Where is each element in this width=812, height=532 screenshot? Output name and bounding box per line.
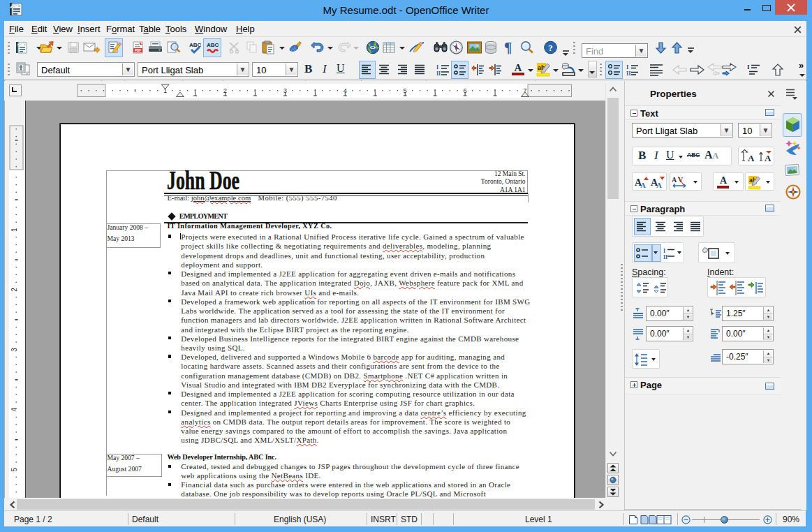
svg-text:ABC: ABC bbox=[207, 42, 219, 48]
svg-text:I: I bbox=[626, 64, 629, 71]
svg-text:3: 3 bbox=[10, 348, 18, 352]
svg-text:II: II bbox=[436, 71, 441, 77]
svg-text:I: I bbox=[747, 64, 750, 71]
svg-text:4: 4 bbox=[10, 408, 18, 412]
svg-text:II: II bbox=[663, 254, 667, 260]
svg-text:A: A bbox=[720, 175, 728, 186]
svg-text:1: 1 bbox=[10, 228, 18, 232]
svg-text:A: A bbox=[640, 181, 646, 189]
svg-text:2: 2 bbox=[10, 288, 18, 292]
svg-text:A: A bbox=[515, 62, 522, 73]
svg-text:PDF: PDF bbox=[135, 49, 141, 52]
svg-text:II: II bbox=[626, 70, 631, 77]
svg-text:V: V bbox=[678, 176, 684, 184]
svg-text:I: I bbox=[436, 64, 438, 71]
svg-text:¶: ¶ bbox=[504, 39, 512, 56]
svg-text:5: 5 bbox=[10, 467, 18, 471]
svg-text:A: A bbox=[748, 153, 755, 163]
svg-text:A: A bbox=[656, 181, 662, 189]
svg-text:A: A bbox=[672, 176, 677, 184]
svg-text:I: I bbox=[663, 248, 665, 254]
svg-text:?: ? bbox=[548, 43, 553, 53]
svg-text:A: A bbox=[765, 153, 772, 163]
